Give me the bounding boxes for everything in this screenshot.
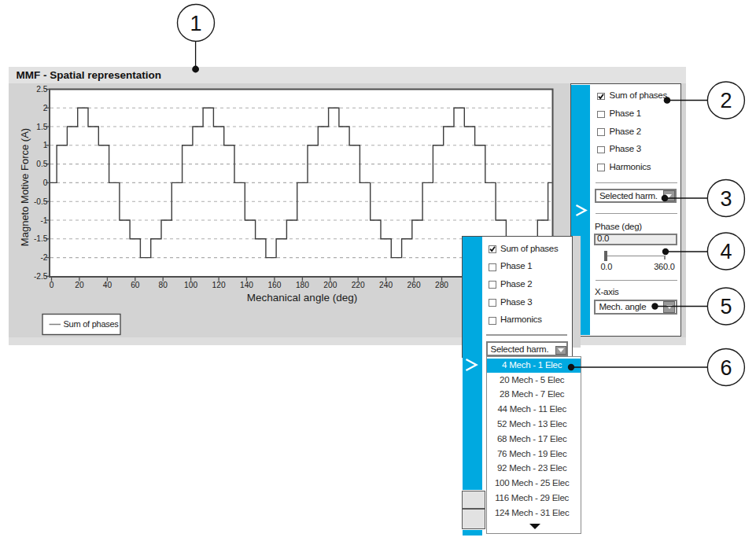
svg-text:5: 5 <box>720 295 732 318</box>
svg-text:1: 1 <box>190 12 201 35</box>
svg-text:2: 2 <box>720 89 732 112</box>
svg-text:6: 6 <box>720 356 732 380</box>
svg-text:4: 4 <box>720 240 732 263</box>
svg-text:3: 3 <box>720 187 732 211</box>
